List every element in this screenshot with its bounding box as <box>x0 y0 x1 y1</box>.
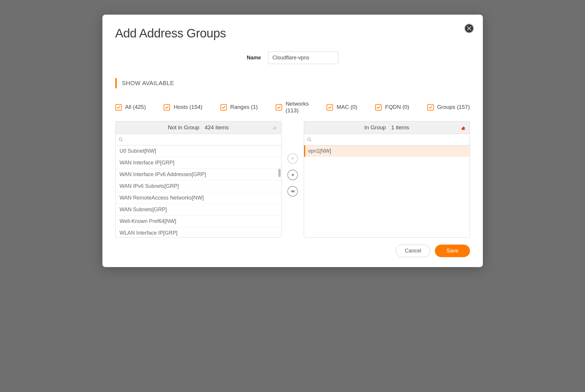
checkbox-icon <box>220 104 227 111</box>
filter-label: Networks(113) <box>286 101 309 114</box>
in-group-list[interactable]: vpn1[NW] <box>304 145 470 237</box>
move-all-left-button[interactable] <box>287 186 298 197</box>
filter-checkbox[interactable]: MAC (0) <box>327 104 357 111</box>
svg-line-3 <box>310 140 311 141</box>
add-address-groups-modal: Add Address Groups Name SHOW AVAILABLE A… <box>102 15 483 267</box>
checkbox-icon <box>115 104 122 111</box>
rewind-icon <box>291 189 295 193</box>
right-search-input[interactable] <box>312 136 467 143</box>
list-item[interactable]: vpn1[NW] <box>304 145 470 157</box>
dual-list: Not in Group 424 items U0 Subnet[NW]WAN … <box>115 121 470 238</box>
checkbox-icon <box>164 104 170 111</box>
checkbox-icon <box>276 104 282 111</box>
cancel-button[interactable]: Cancel <box>396 245 430 257</box>
filter-checkbox[interactable]: FQDN (0) <box>375 104 409 111</box>
in-group-title: In Group <box>364 124 386 131</box>
modal-footer: Cancel Save <box>115 245 470 257</box>
left-search-input[interactable] <box>123 136 278 143</box>
checkbox-icon <box>327 104 333 111</box>
filter-row: All (425)Hosts (154)Ranges (1)Networks(1… <box>115 101 470 114</box>
filter-checkbox[interactable]: All (425) <box>115 104 146 111</box>
list-item[interactable]: WAN Interface IPv6 Addresses[GRP] <box>116 169 281 180</box>
not-in-group-header: Not in Group 424 items <box>116 121 281 134</box>
svg-line-1 <box>121 140 123 141</box>
list-item[interactable]: Well-Known Pref64[NW] <box>116 216 281 227</box>
save-button[interactable]: Save <box>435 245 470 257</box>
filter-label: Hosts (154) <box>174 104 202 111</box>
filter-checkbox[interactable]: Networks(113) <box>276 101 309 114</box>
play-left-icon <box>291 173 295 177</box>
list-item[interactable]: WAN Subnets[GRP] <box>116 204 281 216</box>
not-in-group-count: 424 items <box>205 124 229 131</box>
list-item[interactable]: WAN Interface IP[GRP] <box>116 157 281 169</box>
show-available-tab[interactable]: SHOW AVAILABLE <box>115 78 470 88</box>
filter-label: FQDN (0) <box>385 104 409 111</box>
name-label: Name <box>247 55 261 61</box>
filter-label: Groups (157) <box>437 104 470 111</box>
right-search-wrap <box>304 134 470 145</box>
checkbox-icon <box>375 104 382 111</box>
not-in-group-list[interactable]: U0 Subnet[NW]WAN Interface IP[GRP]WAN In… <box>116 145 281 237</box>
eraser-icon <box>272 125 278 130</box>
clear-left-button[interactable] <box>272 125 278 130</box>
list-item[interactable]: WLAN Interface IP[GRP] <box>116 227 281 237</box>
move-left-button[interactable] <box>287 170 298 180</box>
name-row: Name <box>115 51 470 64</box>
play-right-icon <box>291 157 295 161</box>
search-icon <box>119 137 123 142</box>
filter-label: MAC (0) <box>337 104 357 111</box>
filter-label: All (425) <box>125 104 146 111</box>
in-group-count: 1 items <box>391 124 409 131</box>
clear-right-button[interactable] <box>461 125 466 130</box>
left-search-wrap <box>116 134 281 145</box>
list-item[interactable]: WAN IPv6 Subnets[GRP] <box>116 180 281 192</box>
modal-title: Add Address Groups <box>115 26 470 40</box>
list-item[interactable]: U0 Subnet[NW] <box>116 145 281 157</box>
scrollbar-thumb[interactable] <box>278 169 281 177</box>
not-in-group-title: Not in Group <box>168 124 199 131</box>
move-right-button[interactable] <box>287 153 298 164</box>
close-button[interactable] <box>464 23 474 33</box>
close-icon <box>467 26 471 30</box>
search-icon <box>307 137 312 142</box>
name-input[interactable] <box>268 51 338 64</box>
filter-label: Ranges (1) <box>230 104 258 111</box>
filter-checkbox[interactable]: Ranges (1) <box>220 104 258 111</box>
filter-checkbox[interactable]: Groups (157) <box>427 104 470 111</box>
checkbox-icon <box>427 104 434 111</box>
not-in-group-panel: Not in Group 424 items U0 Subnet[NW]WAN … <box>115 121 282 238</box>
in-group-header: In Group 1 items <box>304 121 470 134</box>
eraser-icon <box>461 125 466 130</box>
list-item[interactable]: WAN RemoteAccess Networks[NW] <box>116 192 281 204</box>
transfer-controls <box>283 121 302 197</box>
in-group-panel: In Group 1 items vpn1[NW] <box>304 121 470 238</box>
filter-checkbox[interactable]: Hosts (154) <box>164 104 202 111</box>
